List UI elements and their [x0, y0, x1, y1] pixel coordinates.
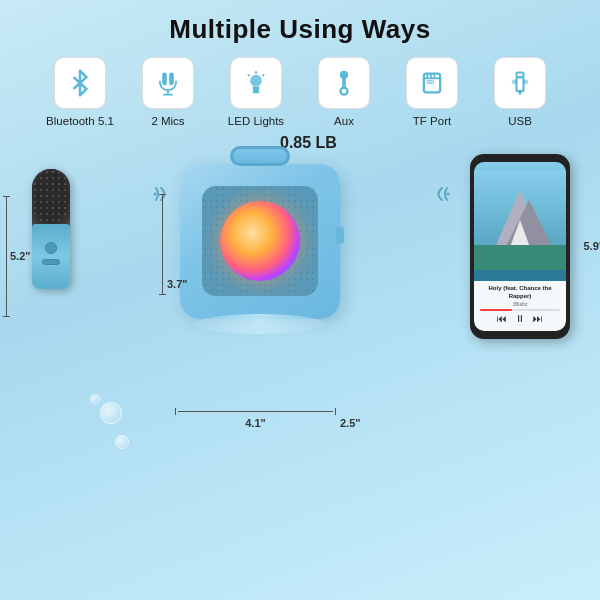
svg-line-7: [262, 74, 264, 76]
song-artist: JBiebz: [512, 301, 527, 307]
svg-point-25: [154, 192, 157, 195]
weight-label: 0.85 LB: [280, 134, 337, 152]
dim-speaker-height: 3.7": [162, 194, 186, 294]
feature-usb-label: USB: [508, 114, 532, 129]
feature-bluetooth: Bluetooth 5.1: [45, 57, 115, 129]
led-icon-box: [230, 57, 282, 109]
progress-fill: [480, 309, 512, 311]
product-area: 0.85 LB: [0, 134, 600, 504]
svg-rect-0: [162, 73, 167, 86]
bluetooth-icon: [66, 69, 94, 97]
led-icon: [242, 69, 270, 97]
feature-bluetooth-label: Bluetooth 5.1: [46, 114, 114, 129]
svg-rect-19: [517, 77, 524, 91]
mics-icon: [154, 69, 182, 97]
phone-notch: [505, 154, 535, 162]
bt-wave-right: [427, 186, 455, 219]
pause-button[interactable]: ⏸: [515, 313, 525, 324]
features-row: Bluetooth 5.1 2 Mics LED Lights: [0, 57, 600, 129]
led-ring: [220, 201, 300, 281]
prev-button[interactable]: ⏮: [497, 313, 507, 324]
music-app: Holy (feat. Chance the Rapper) JBiebz ⏮ …: [474, 281, 566, 331]
usb-icon: [506, 69, 534, 97]
feature-mics: 2 Mics: [133, 57, 203, 129]
bubble-2: [115, 435, 129, 449]
svg-rect-33: [474, 245, 566, 270]
svg-rect-1: [169, 73, 174, 86]
svg-text:SD: SD: [426, 79, 434, 85]
feature-led: LED Lights: [221, 57, 291, 129]
page-title: Multiple Using Ways: [0, 0, 600, 45]
svg-point-26: [447, 192, 450, 195]
feature-mics-label: 2 Mics: [151, 114, 184, 129]
dim-speaker-width: 4.1": [175, 408, 336, 429]
dim-speaker-depth: 2.5": [340, 417, 361, 429]
playback-controls: ⏮ ⏸ ⏭: [497, 313, 543, 324]
svg-point-4: [250, 75, 262, 87]
phone: Holy (feat. Chance the Rapper) JBiebz ⏮ …: [470, 154, 570, 339]
mics-icon-box: [142, 57, 194, 109]
phone-body: Holy (feat. Chance the Rapper) JBiebz ⏮ …: [470, 154, 570, 339]
speaker-handle: [230, 146, 290, 166]
tf-icon-box: SD: [406, 57, 458, 109]
progress-bar: [480, 309, 560, 311]
svg-rect-28: [32, 169, 70, 224]
aux-icon: [330, 69, 358, 97]
dim-mic-height: 5.2": [6, 196, 31, 316]
svg-rect-24: [524, 80, 529, 85]
mic-button-2: [42, 259, 60, 265]
speaker-pedestal: [195, 314, 325, 334]
usb-icon-box: [494, 57, 546, 109]
phone-mountain-image: [474, 170, 566, 270]
aux-icon-box: [318, 57, 370, 109]
speaker-grille: [202, 186, 318, 296]
bluetooth-icon-box: [54, 57, 106, 109]
mic-handle: [32, 224, 70, 289]
speaker: [180, 164, 340, 319]
feature-tf-label: TF Port: [413, 114, 451, 129]
song-title: Holy (feat. Chance the Rapper): [480, 285, 560, 301]
speaker-box: [180, 164, 340, 319]
bubble-1: [100, 402, 122, 424]
mic-button-1: [45, 242, 57, 254]
feature-usb: USB: [485, 57, 555, 129]
svg-rect-20: [519, 91, 521, 95]
microphone: [32, 169, 70, 289]
tf-icon: SD: [418, 69, 446, 97]
feature-aux-label: Aux: [334, 114, 354, 129]
mic-head: [32, 169, 70, 224]
svg-line-6: [248, 74, 250, 76]
feature-tf: SD TF Port: [397, 57, 467, 129]
mic-body: [32, 169, 70, 289]
phone-screen: Holy (feat. Chance the Rapper) JBiebz ⏮ …: [474, 162, 566, 331]
bubble-3: [90, 394, 100, 404]
feature-aux: Aux: [309, 57, 379, 129]
speaker-side-button: [336, 226, 344, 244]
svg-rect-23: [512, 80, 517, 85]
next-button[interactable]: ⏭: [533, 313, 543, 324]
feature-led-label: LED Lights: [228, 114, 284, 129]
